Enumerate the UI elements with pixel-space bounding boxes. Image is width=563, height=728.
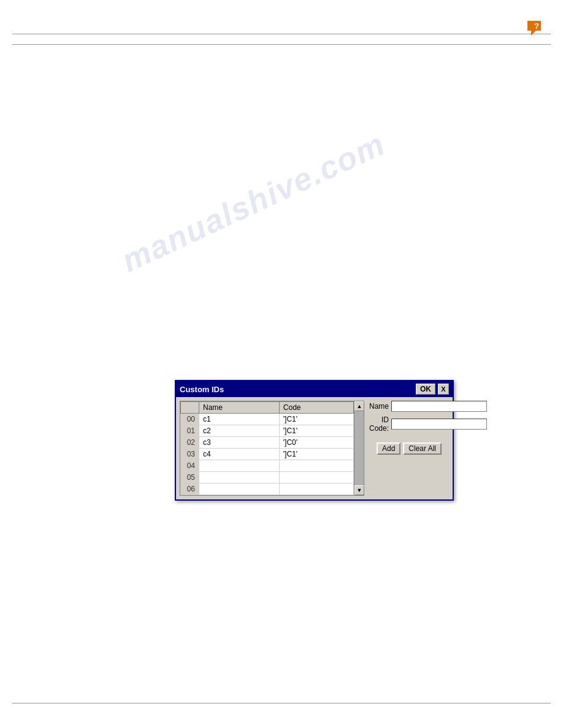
scroll-down-button[interactable]: ▼: [354, 485, 364, 495]
dialog-title: Custom IDs: [180, 385, 224, 394]
col-code: Code: [279, 402, 353, 414]
cell-code: ']C1': [279, 425, 353, 437]
table-panel: Name Code 00 c1 ']C1' 01 c2 ']C1' 02 c3 …: [180, 401, 364, 496]
id-code-input[interactable]: [391, 419, 487, 430]
cell-index: 01: [181, 425, 199, 437]
scrollbar[interactable]: ▲ ▼: [354, 401, 364, 495]
custom-ids-dialog: Custom IDs OK X Name Code 00 c1 ']C1': [175, 380, 454, 501]
table-row[interactable]: 00 c1 ']C1': [181, 414, 354, 425]
form-panel: Name ID Code: Add Clear All: [369, 401, 449, 496]
cell-index: 03: [181, 449, 199, 460]
watermark: manualshive.com: [116, 125, 391, 279]
cell-name: [199, 472, 280, 483]
bottom-rule: [12, 703, 551, 703]
top-rule-2: [12, 44, 551, 45]
cell-code: ']C1': [279, 414, 353, 425]
cell-index: 00: [181, 414, 199, 425]
table-row[interactable]: 03 c4 ']C1': [181, 449, 354, 460]
col-index: [181, 402, 199, 414]
name-input[interactable]: [391, 401, 487, 412]
table-row[interactable]: 01 c2 ']C1': [181, 425, 354, 437]
dialog-titlebar: Custom IDs OK X: [176, 381, 453, 397]
help-icon[interactable]: ?: [527, 18, 545, 36]
scroll-track: [354, 411, 364, 485]
form-buttons: Add Clear All: [369, 442, 449, 455]
table-header-row: Name Code: [181, 402, 354, 414]
cell-index: 02: [181, 437, 199, 449]
ok-button[interactable]: OK: [416, 384, 435, 395]
top-rule-1: [12, 34, 551, 34]
id-code-row: ID Code:: [369, 415, 449, 433]
name-row: Name: [369, 401, 449, 412]
cell-index: 06: [181, 483, 199, 495]
cell-code: [279, 472, 353, 483]
id-code-label: ID Code:: [369, 415, 389, 433]
custom-ids-table: Name Code 00 c1 ']C1' 01 c2 ']C1' 02 c3 …: [180, 401, 354, 495]
table-row[interactable]: 04: [181, 460, 354, 472]
cell-name: c3: [199, 437, 280, 449]
svg-text:?: ?: [534, 21, 539, 31]
cell-name: c4: [199, 449, 280, 460]
scroll-up-button[interactable]: ▲: [354, 401, 364, 411]
close-button[interactable]: X: [438, 384, 449, 395]
clear-all-button[interactable]: Clear All: [403, 442, 442, 455]
cell-name: c2: [199, 425, 280, 437]
cell-index: 05: [181, 472, 199, 483]
cell-code: [279, 483, 353, 495]
table-row[interactable]: 06: [181, 483, 354, 495]
cell-code: [279, 460, 353, 472]
cell-name: [199, 483, 280, 495]
dialog-body: Name Code 00 c1 ']C1' 01 c2 ']C1' 02 c3 …: [176, 397, 453, 499]
table-row[interactable]: 05: [181, 472, 354, 483]
cell-name: c1: [199, 414, 280, 425]
name-label: Name: [369, 402, 389, 411]
table-body[interactable]: 00 c1 ']C1' 01 c2 ']C1' 02 c3 ']C0' 03 c…: [181, 414, 354, 495]
cell-name: [199, 460, 280, 472]
cell-code: ']C0': [279, 437, 353, 449]
table-row[interactable]: 02 c3 ']C0': [181, 437, 354, 449]
add-button[interactable]: Add: [377, 442, 400, 455]
col-name: Name: [199, 402, 280, 414]
cell-index: 04: [181, 460, 199, 472]
cell-code: ']C1': [279, 449, 353, 460]
dialog-controls: OK X: [416, 384, 449, 395]
